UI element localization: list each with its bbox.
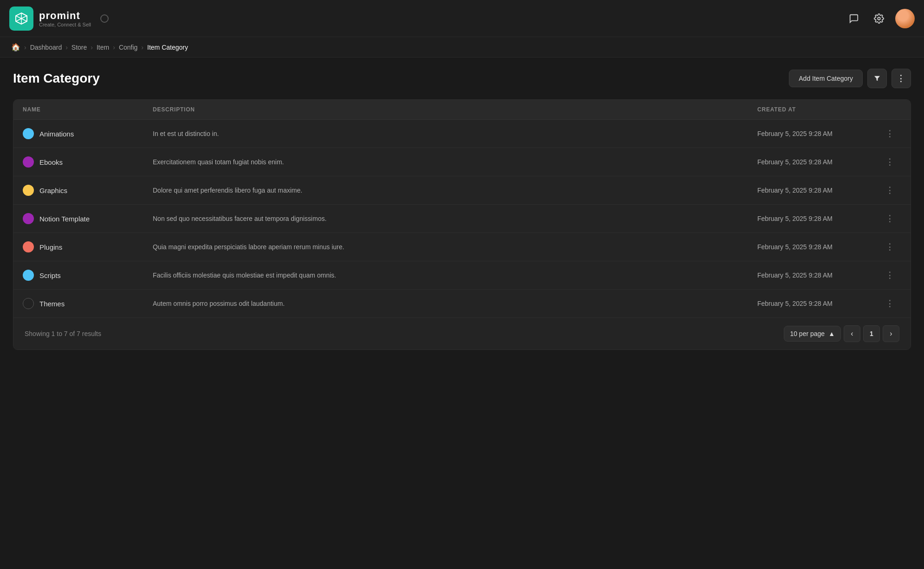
row-menu-button-4[interactable]: ⋮	[878, 242, 901, 252]
name-label-6: Themes	[39, 300, 65, 308]
breadcrumb-sep-0: ›	[24, 44, 26, 51]
item-category-table: NAME DESCRIPTION CREATED AT Animations I…	[13, 99, 911, 350]
header-actions	[845, 9, 915, 28]
table-row: Plugins Quia magni expedita perspiciatis…	[13, 233, 911, 261]
table-body: Animations In et est ut distinctio in. F…	[13, 120, 911, 317]
chevron-up-icon: ▲	[828, 330, 835, 337]
col-header-name: NAME	[23, 106, 153, 113]
color-dot-0	[23, 128, 34, 139]
status-indicator	[100, 14, 109, 23]
cell-description-5: Facilis officiis molestiae quis molestia…	[153, 272, 757, 279]
svg-point-0	[878, 17, 880, 20]
cell-name-5: Scripts	[23, 270, 153, 281]
cell-name-2: Graphics	[23, 185, 153, 196]
breadcrumb-home[interactable]: 🏠	[11, 43, 20, 52]
cell-description-1: Exercitationem quasi totam fugiat nobis …	[153, 158, 757, 166]
page-actions: Add Item Category ⋮	[789, 69, 911, 88]
user-avatar[interactable]	[895, 9, 915, 28]
breadcrumb-dashboard[interactable]: Dashboard	[30, 44, 62, 51]
pagination: 10 per page ▲ ‹ 1 ›	[784, 325, 899, 342]
breadcrumb-sep-2: ›	[91, 44, 93, 51]
breadcrumb-config[interactable]: Config	[119, 44, 137, 51]
color-dot-2	[23, 185, 34, 196]
row-menu-button-1[interactable]: ⋮	[878, 157, 901, 167]
next-page-button[interactable]: ›	[883, 325, 899, 342]
settings-button[interactable]	[870, 10, 888, 27]
row-menu-button-6[interactable]: ⋮	[878, 298, 901, 309]
table-header: NAME DESCRIPTION CREATED AT	[13, 100, 911, 120]
cell-date-2: February 5, 2025 9:28 AM	[757, 187, 878, 194]
cell-date-5: February 5, 2025 9:28 AM	[757, 272, 878, 279]
per-page-selector[interactable]: 10 per page ▲	[784, 326, 841, 342]
name-label-4: Plugins	[39, 243, 62, 251]
logo-area: promint Create, Connect & Sell	[9, 6, 91, 31]
cell-name-4: Plugins	[23, 241, 153, 252]
name-label-3: Notion Template	[39, 215, 90, 223]
table-row: Scripts Facilis officiis molestiae quis …	[13, 261, 911, 290]
name-label-1: Ebooks	[39, 158, 63, 166]
app-header: promint Create, Connect & Sell	[0, 0, 924, 37]
results-info: Showing 1 to 7 of 7 results	[25, 330, 101, 337]
breadcrumb-sep-4: ›	[141, 44, 143, 51]
cell-description-2: Dolore qui amet perferendis libero fuga …	[153, 187, 757, 194]
current-page-number: 1	[863, 325, 880, 342]
breadcrumb-sep-3: ›	[113, 44, 115, 51]
add-item-category-button[interactable]: Add Item Category	[789, 70, 863, 87]
name-label-5: Scripts	[39, 272, 61, 279]
cell-name-0: Animations	[23, 128, 153, 139]
main-content: Item Category Add Item Category ⋮ NAME D…	[0, 58, 924, 361]
more-options-button[interactable]: ⋮	[891, 69, 911, 88]
color-dot-4	[23, 241, 34, 252]
color-dot-6	[23, 298, 34, 309]
app-name: promint	[39, 10, 91, 22]
breadcrumb-store[interactable]: Store	[72, 44, 87, 51]
table-row: Notion Template Non sed quo necessitatib…	[13, 205, 911, 233]
logo-icon[interactable]	[9, 6, 33, 31]
breadcrumb: 🏠 › Dashboard › Store › Item › Config › …	[0, 37, 924, 58]
breadcrumb-item[interactable]: Item	[97, 44, 109, 51]
row-menu-button-2[interactable]: ⋮	[878, 185, 901, 195]
cell-date-4: February 5, 2025 9:28 AM	[757, 243, 878, 251]
row-menu-button-0[interactable]: ⋮	[878, 129, 901, 139]
name-label-2: Graphics	[39, 187, 67, 194]
color-dot-3	[23, 213, 34, 224]
name-label-0: Animations	[39, 130, 74, 138]
filter-button[interactable]	[867, 69, 887, 88]
row-menu-button-3[interactable]: ⋮	[878, 213, 901, 224]
table-row: Ebooks Exercitationem quasi totam fugiat…	[13, 148, 911, 176]
table-row: Animations In et est ut distinctio in. F…	[13, 120, 911, 148]
page-title: Item Category	[13, 71, 100, 86]
color-dot-5	[23, 270, 34, 281]
app-tagline: Create, Connect & Sell	[39, 22, 91, 27]
breadcrumb-item-category: Item Category	[147, 44, 188, 51]
row-menu-button-5[interactable]: ⋮	[878, 270, 901, 280]
cell-name-3: Notion Template	[23, 213, 153, 224]
page-header: Item Category Add Item Category ⋮	[13, 69, 911, 88]
color-dot-1	[23, 156, 34, 168]
per-page-label: 10 per page	[790, 330, 825, 337]
cell-name-1: Ebooks	[23, 156, 153, 168]
cell-description-6: Autem omnis porro possimus odit laudanti…	[153, 300, 757, 307]
table-row: Themes Autem omnis porro possimus odit l…	[13, 290, 911, 317]
col-header-actions	[878, 106, 901, 113]
table-row: Graphics Dolore qui amet perferendis lib…	[13, 176, 911, 205]
cell-date-6: February 5, 2025 9:28 AM	[757, 300, 878, 307]
prev-page-button[interactable]: ‹	[844, 325, 860, 342]
cell-date-0: February 5, 2025 9:28 AM	[757, 130, 878, 137]
cell-description-4: Quia magni expedita perspiciatis labore …	[153, 243, 757, 251]
cell-date-3: February 5, 2025 9:28 AM	[757, 215, 878, 222]
table-footer: Showing 1 to 7 of 7 results 10 per page …	[13, 317, 911, 349]
logo-text: promint Create, Connect & Sell	[39, 10, 91, 27]
cell-date-1: February 5, 2025 9:28 AM	[757, 158, 878, 166]
chat-button[interactable]	[845, 10, 863, 27]
cell-description-0: In et est ut distinctio in.	[153, 130, 757, 137]
col-header-created-at: CREATED AT	[757, 106, 878, 113]
cell-description-3: Non sed quo necessitatibus facere aut te…	[153, 215, 757, 222]
col-header-description: DESCRIPTION	[153, 106, 757, 113]
cell-name-6: Themes	[23, 298, 153, 309]
breadcrumb-sep-1: ›	[65, 44, 68, 51]
